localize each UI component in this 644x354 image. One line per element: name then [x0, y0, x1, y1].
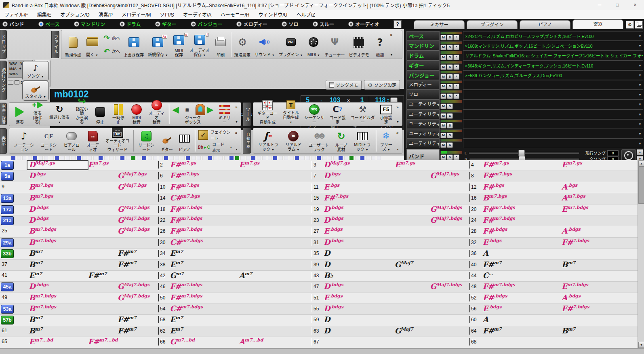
- chord[interactable]: Am7: [239, 271, 252, 280]
- bar-cell[interactable]: D.bdgsGMaj7.bdgs: [26, 215, 158, 226]
- mute-button[interactable]: M: [440, 84, 446, 89]
- beat-cell[interactable]: [339, 156, 343, 160]
- solo-button[interactable]: S: [447, 113, 453, 119]
- bar-cell[interactable]: 60A: [469, 315, 644, 325]
- chord-display-button[interactable]: Bb►Cコード表示 ▼: [198, 141, 232, 153]
- chord[interactable]: Bm7: [29, 260, 43, 269]
- bar-label-cell[interactable]: 33b: [0, 249, 26, 259]
- bar-label-cell[interactable]: 21a: [0, 215, 26, 226]
- dropdown-caret-icon[interactable]: ▼: [638, 122, 642, 126]
- mixer-track-name[interactable]: メロディー: [406, 80, 440, 90]
- beat-cell[interactable]: [317, 156, 321, 160]
- bar-cell[interactable]: 66Gm7...bdAm7...bd: [158, 337, 311, 348]
- drop-tab[interactable]: ドロップ: [0, 30, 7, 59]
- bar-cell[interactable]: D.bdgsGMaj7.bdgs: [26, 204, 158, 215]
- song-memo-button[interactable]: ソングメモ: [326, 80, 362, 90]
- dropdown-caret-icon[interactable]: ▼: [638, 113, 642, 116]
- section-marker[interactable]: 45a: [1, 282, 14, 291]
- chord[interactable]: Am7.bgs: [562, 194, 585, 202]
- realdrums-button[interactable]: ≈リアルドラム ▼: [282, 129, 305, 152]
- bar-cell[interactable]: 46F#m7.bdgs: [158, 282, 311, 292]
- freeze-button[interactable]: *: [453, 64, 459, 70]
- beat-cell[interactable]: [366, 156, 370, 160]
- beat-cell[interactable]: [224, 156, 228, 160]
- mixer-track-description[interactable]: ×1609:マンドリン,リズム,ポップ,16ビート,シンコペーションEv110▼: [463, 41, 643, 51]
- volume-slider[interactable]: [468, 152, 580, 154]
- beat-cell[interactable]: [251, 156, 255, 160]
- bar-cell[interactable]: 54C#m7.bdgs: [158, 304, 311, 314]
- midi-keys-button[interactable]: MIDIトラック ▼: [350, 129, 375, 152]
- chord[interactable]: Em7.gs: [562, 160, 582, 169]
- track-radio-2[interactable]: マンドリン: [74, 21, 105, 27]
- solo-button[interactable]: S: [447, 55, 453, 60]
- chord[interactable]: GMaj7.bgs: [430, 171, 459, 180]
- chord[interactable]: A: [483, 315, 488, 324]
- chord[interactable]: Em7...bd: [29, 337, 53, 346]
- beat-cell[interactable]: [333, 156, 337, 160]
- chord[interactable]: E.bgs: [324, 183, 339, 191]
- song-settings-button[interactable]: ⚙ ソング設定: [364, 80, 400, 90]
- play-regen-button[interactable]: ✚演奏(新伴奏): [29, 103, 46, 125]
- beat-cell[interactable]: [235, 156, 239, 160]
- bar-cell[interactable]: 43B♭: [311, 271, 469, 281]
- section-marker[interactable]: 21a: [1, 216, 14, 225]
- chord[interactable]: E.bdgs: [324, 227, 343, 235]
- chord[interactable]: D: [324, 249, 330, 257]
- people-button[interactable]: ☻☻ユーザートラック: [305, 129, 332, 152]
- bar-cell[interactable]: Bm7.bdgsGMaj7.bdgs: [26, 293, 158, 303]
- bar-cell[interactable]: D.bgsGMaj7.bgs: [26, 171, 158, 181]
- beat-cell[interactable]: [77, 156, 81, 160]
- beat-cell[interactable]: [279, 156, 283, 160]
- band-freeze-button[interactable]: *: [453, 154, 459, 160]
- leadsheet-button[interactable]: ♫リードシート: [135, 129, 158, 152]
- dropdown-caret-icon[interactable]: ▼: [638, 74, 642, 77]
- chord[interactable]: Bm7: [29, 249, 43, 257]
- minimize-button[interactable]: ─: [591, 0, 608, 10]
- solo-button[interactable]: S: [447, 93, 453, 99]
- chord[interactable]: GMaj7: [395, 260, 413, 269]
- beat-cell[interactable]: [33, 156, 37, 160]
- bar-beat-strip[interactable]: [0, 156, 404, 160]
- f5-button[interactable]: F5小節設定: [377, 103, 395, 125]
- mixer-track-description[interactable]: ▼: [463, 129, 643, 139]
- chord[interactable]: GMaj7.bgs: [118, 171, 147, 180]
- mixer-track-name[interactable]: ユーティリティ5: [406, 139, 440, 148]
- chord[interactable]: Bm7: [29, 315, 43, 324]
- mixer-track-description[interactable]: ▼: [463, 90, 643, 99]
- beat-cell[interactable]: [175, 156, 179, 160]
- chord[interactable]: F#m7.bdgs: [170, 227, 202, 235]
- bar-cell[interactable]: 59D: [311, 315, 469, 325]
- freeze-button[interactable]: *: [453, 74, 459, 80]
- freeze-button[interactable]: *: [453, 35, 459, 40]
- panel-tab-楽器[interactable]: 楽器: [572, 19, 623, 29]
- freeze-button[interactable]: *: [453, 44, 459, 50]
- beat-cell[interactable]: [93, 156, 97, 160]
- chord[interactable]: Bm7.bdgs: [29, 238, 57, 247]
- chord[interactable]: F#7.bdgs: [562, 304, 589, 313]
- dropdown-caret-icon[interactable]: ▼: [638, 142, 642, 145]
- mixer-track-description[interactable]: ×2421:ベース,リズム,ロカビリースラップ,ブンチカ,16ビート,Ev100…: [463, 31, 643, 41]
- chord[interactable]: A.bdgs: [562, 293, 581, 302]
- bar-cell[interactable]: 36A: [469, 249, 644, 259]
- chord[interactable]: C#m7.bdgs: [170, 238, 203, 247]
- speaker-button[interactable]: )))サウンド ▼: [253, 31, 277, 58]
- chord[interactable]: Em7: [29, 271, 42, 280]
- menu-item[interactable]: ファイル/F: [0, 11, 33, 18]
- bar-cell[interactable]: 55D.bdgs: [311, 304, 469, 314]
- bar-label-cell[interactable]: 45a: [0, 282, 26, 292]
- beat-cell[interactable]: [55, 156, 59, 160]
- freeze-button[interactable]: *: [453, 55, 459, 60]
- beat-cell[interactable]: [360, 156, 364, 160]
- bar-cell[interactable]: Bm7.bgsGMaj7.bgs: [26, 182, 158, 193]
- mixer-track-description[interactable]: ×3648:ギター,リズム,インディーフォーク,プッシュ,16ビート,Ev110…: [463, 61, 643, 70]
- chord[interactable]: D.bdgs: [29, 216, 49, 224]
- track-radio-8[interactable]: スルー: [313, 21, 334, 27]
- chord[interactable]: D: [324, 315, 330, 324]
- solo-button[interactable]: S: [447, 44, 453, 50]
- beat-cell[interactable]: [142, 156, 146, 160]
- chord[interactable]: D.bdgs: [324, 238, 343, 247]
- dropdown-caret-icon[interactable]: ▼: [638, 93, 642, 97]
- track-radio-4[interactable]: ギター: [155, 21, 177, 27]
- beat-cell[interactable]: [240, 156, 244, 160]
- slider-thumb[interactable]: [518, 150, 525, 156]
